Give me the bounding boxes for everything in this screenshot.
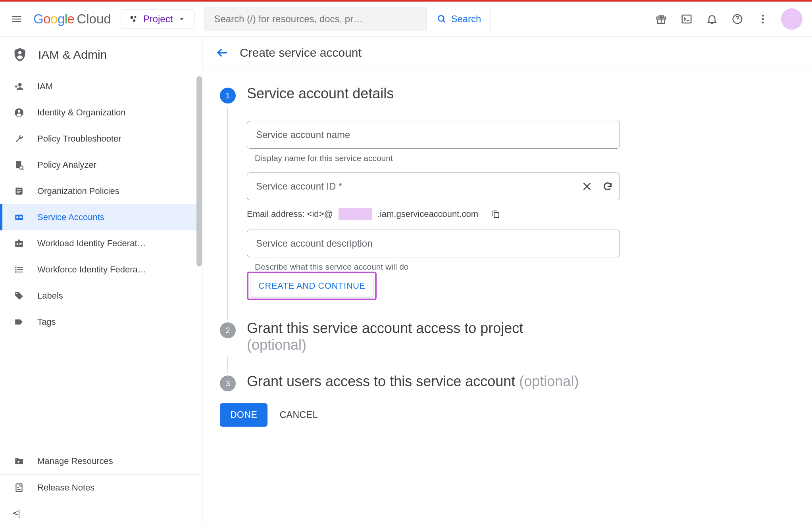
field-service-account-desc: Describe what this service account will … [247, 230, 628, 272]
regenerate-id-button[interactable] [602, 180, 614, 192]
avatar[interactable] [781, 8, 802, 30]
field-service-account-name: Display name for this service account [247, 121, 628, 163]
logo[interactable]: Google Cloud [33, 11, 111, 27]
collapse-sidebar[interactable]: <| [0, 501, 202, 525]
google-logo: Google [33, 11, 74, 27]
sidebar-footer: Manage Resources Release Notes <| [0, 448, 202, 525]
svg-point-2 [133, 19, 135, 22]
bell-icon [706, 13, 718, 25]
sidebar-item-org-policies[interactable]: Organization Policies [0, 178, 202, 204]
sidebar-item-label: Manage Resources [37, 456, 113, 466]
sidebar-item-label: IAM [37, 81, 53, 92]
folder-plus-icon [13, 456, 25, 466]
back-button[interactable] [216, 46, 229, 59]
sidebar-item-labels[interactable]: Labels [0, 283, 202, 309]
svg-point-1 [134, 16, 136, 18]
svg-point-27 [17, 243, 18, 245]
svg-rect-25 [15, 241, 23, 247]
page-header: Create service account [202, 36, 812, 69]
sidebar-item-release-notes[interactable]: Release Notes [0, 474, 202, 501]
cancel-button[interactable]: CANCEL [279, 410, 317, 420]
sidebar-item-policy-troubleshooter[interactable]: Policy Troubleshooter [0, 126, 202, 152]
policy-icon [13, 160, 25, 170]
step-3-title: Grant users access to this service accou… [247, 373, 579, 390]
sidebar-item-label: Organization Policies [37, 186, 119, 196]
svg-point-8 [762, 14, 764, 16]
svg-point-11 [18, 51, 21, 54]
terminal-icon [681, 13, 693, 25]
sidebar-list: IAM Identity & Organization Policy Troub… [0, 73, 202, 448]
copy-icon [491, 209, 500, 219]
search-button-label: Search [451, 13, 481, 25]
search-button[interactable]: Search [427, 7, 491, 31]
menu-icon [11, 13, 23, 25]
sidebar-item-label: Policy Analyzer [37, 160, 96, 170]
done-button[interactable]: DONE [220, 403, 267, 427]
arrow-back-icon [216, 46, 229, 59]
sidebar-item-manage-resources[interactable]: Manage Resources [0, 448, 202, 474]
svg-point-12 [18, 83, 22, 86]
input-service-account-name[interactable] [247, 121, 620, 149]
notifications-button[interactable] [705, 12, 719, 26]
sidebar-item-workload-identity[interactable]: Workload Identity Federat… [0, 230, 202, 257]
top-bar: Google Cloud Project Search [0, 2, 812, 36]
collapse-icon: <| [13, 508, 20, 518]
sidebar-item-label: Identity & Organization [37, 107, 126, 118]
highlight-box: CREATE AND CONTINUE [247, 272, 377, 300]
sidebar-item-service-accounts[interactable]: Service Accounts [0, 204, 202, 230]
more-button[interactable] [756, 12, 770, 26]
svg-point-22 [16, 216, 18, 218]
input-service-account-id[interactable] [247, 172, 620, 200]
gift-icon [655, 13, 667, 25]
sidebar: IAM & Admin IAM Identity & Organization … [0, 36, 202, 525]
field-service-account-id [247, 172, 628, 200]
sidebar-item-policy-analyzer[interactable]: Policy Analyzer [0, 152, 202, 178]
help-icon [731, 13, 743, 25]
sidebar-scrollbar[interactable] [196, 76, 202, 266]
content: 1 Service account details Display name f… [202, 69, 812, 443]
svg-rect-30 [15, 266, 16, 268]
sidebar-title: IAM & Admin [38, 48, 107, 61]
step-2-header[interactable]: 2 Grant this service account access to p… [220, 320, 795, 353]
step-2-body [227, 357, 628, 373]
input-service-account-desc[interactable] [247, 230, 620, 257]
help-button[interactable] [730, 12, 745, 26]
email-prefix: Email address: <id>@ [247, 209, 333, 219]
sidebar-header: IAM & Admin [0, 36, 202, 73]
sidebar-item-workforce-identity[interactable]: Workforce Identity Federa… [0, 257, 202, 283]
svg-rect-35 [17, 272, 23, 272]
gift-button[interactable] [654, 12, 668, 26]
cloud-shell-button[interactable] [679, 12, 694, 26]
svg-rect-26 [18, 240, 20, 241]
person-add-icon [13, 81, 25, 92]
list-icon [13, 186, 25, 196]
step-3-header[interactable]: 3 Grant users access to this service acc… [220, 373, 795, 391]
search-icon [437, 14, 447, 24]
clear-id-button[interactable] [581, 180, 593, 192]
email-address-row: Email address: <id>@.iam.gserviceaccount… [247, 208, 628, 220]
search-input[interactable] [204, 7, 427, 31]
sidebar-item-identity[interactable]: Identity & Organization [0, 100, 202, 126]
project-picker[interactable]: Project [121, 9, 195, 29]
sidebar-item-label: Labels [37, 291, 63, 301]
button-row: DONE CANCEL [220, 403, 795, 427]
badge-icon [13, 238, 25, 249]
list-lines-icon [13, 264, 25, 275]
hamburger-menu[interactable] [10, 12, 24, 26]
step-1-badge: 1 [220, 88, 236, 103]
sidebar-item-tags[interactable]: Tags [0, 309, 202, 335]
project-icon [129, 14, 139, 24]
copy-email-button[interactable] [491, 209, 500, 219]
step-3-badge: 3 [220, 376, 236, 391]
main: Create service account 1 Service account… [202, 36, 812, 525]
cloud-logo-text: Cloud [77, 11, 111, 27]
svg-point-9 [762, 18, 764, 20]
svg-point-36 [16, 293, 17, 294]
create-and-continue-button[interactable]: CREATE AND CONTINUE [250, 275, 373, 297]
svg-rect-31 [17, 267, 23, 268]
sidebar-item-iam[interactable]: IAM [0, 73, 202, 100]
svg-rect-19 [17, 191, 21, 192]
more-vert-icon [757, 13, 769, 25]
svg-rect-29 [19, 244, 21, 245]
account-circle-icon [13, 107, 25, 118]
